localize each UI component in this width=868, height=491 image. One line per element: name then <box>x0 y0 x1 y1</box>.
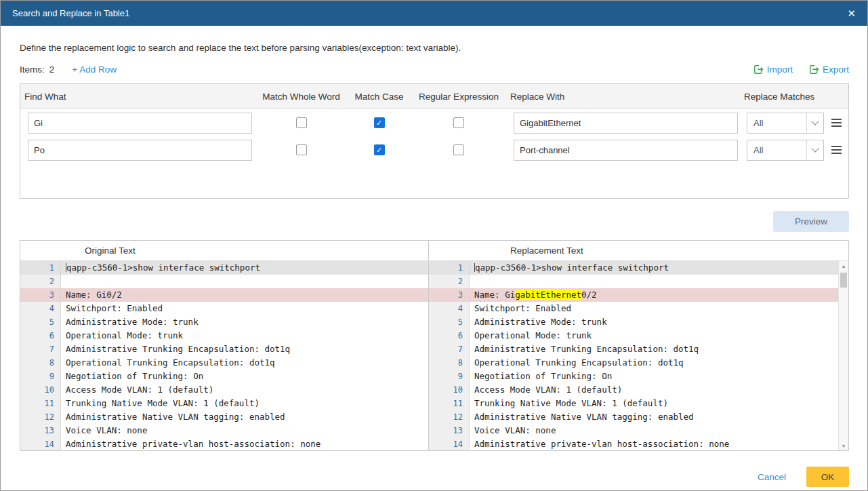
vertical-scrollbar[interactable]: ▲ ▼ <box>838 261 848 451</box>
line-text: Switchport: Enabled <box>470 302 571 315</box>
line-number: 11 <box>20 397 61 410</box>
original-text-pane[interactable]: 1qapp-c3560-1>show interface switchport2… <box>20 261 428 451</box>
line-text: Administrative Trunking Encapsulation: d… <box>61 342 290 356</box>
line-number: 3 <box>20 288 61 302</box>
items-label: Items: <box>20 64 45 75</box>
line-number: 1 <box>429 261 470 275</box>
items-count: 2 <box>49 64 55 75</box>
row-menu-icon[interactable] <box>830 142 843 157</box>
line-number: 14 <box>20 437 61 451</box>
col-header-find-what: Find What <box>20 92 255 102</box>
match-case-checkbox[interactable]: ✓ <box>374 117 385 128</box>
line-number: 2 <box>429 275 470 288</box>
match-whole-word-checkbox[interactable] <box>296 144 307 155</box>
close-icon[interactable]: ✕ <box>847 7 856 20</box>
line-number: 10 <box>429 383 470 397</box>
match-whole-word-checkbox[interactable] <box>296 117 307 128</box>
code-line: 9Negotiation of Trunking: On <box>20 370 428 383</box>
line-number: 7 <box>20 342 61 356</box>
code-line: 13Voice VLAN: none <box>20 424 428 437</box>
line-number: 9 <box>20 370 61 383</box>
preview-button[interactable]: Preview <box>773 211 849 232</box>
code-line: 10Access Mode VLAN: 1 (default) <box>429 383 848 397</box>
replace-with-input[interactable] <box>514 140 738 161</box>
replacement-text-pane[interactable]: 1qapp-c3560-1>show interface switchport2… <box>428 261 848 451</box>
match-case-checkbox[interactable]: ✓ <box>374 144 385 155</box>
line-text: Name: Gi0/2 <box>61 288 122 302</box>
code-line: 2 <box>429 275 848 288</box>
scrollbar-thumb[interactable] <box>840 273 847 288</box>
code-line: 3Name: Gi0/2 <box>20 288 428 302</box>
line-text: Administrative Native VLAN tagging: enab… <box>61 410 285 424</box>
line-number: 8 <box>20 356 61 370</box>
code-line: 4Switchport: Enabled <box>20 302 428 315</box>
line-text: Operational Trunking Encapsulation: dot1… <box>61 356 275 370</box>
code-line: 7Administrative Trunking Encapsulation: … <box>20 342 428 356</box>
compare-header: Original Text Replacement Text <box>20 241 848 261</box>
line-number: 3 <box>429 288 470 302</box>
line-number: 6 <box>429 329 470 342</box>
add-row-button[interactable]: + Add Row <box>72 64 117 75</box>
line-text: Access Mode VLAN: 1 (default) <box>61 383 213 397</box>
rule-row: ✓All <box>20 136 848 163</box>
col-header-match-case: Match Case <box>347 92 411 102</box>
line-text: Operational Mode: trunk <box>470 329 592 342</box>
line-text: Voice VLAN: none <box>61 424 147 437</box>
import-label: Import <box>767 64 793 75</box>
col-header-regular-expression: Regular Expression <box>411 92 506 102</box>
code-line: 14Administrative private-vlan host-assoc… <box>429 437 848 451</box>
code-line: 2 <box>20 275 428 288</box>
code-line: 8Operational Trunking Encapsulation: dot… <box>20 356 428 370</box>
cancel-button[interactable]: Cancel <box>758 472 786 482</box>
line-text: qapp-c3560-1>show interface switchport <box>61 261 260 275</box>
line-number: 9 <box>429 370 470 383</box>
line-number: 8 <box>429 356 470 370</box>
line-text: Negotiation of Trunking: On <box>61 370 203 383</box>
code-line: 5Administrative Mode: trunk <box>20 315 428 329</box>
code-line: 11Trunking Native Mode VLAN: 1 (default) <box>429 397 848 410</box>
code-line: 3Name: GigabitEthernet0/2 <box>429 288 848 302</box>
line-text: Administrative private-vlan host-associa… <box>470 437 729 451</box>
chevron-down-icon <box>811 144 819 152</box>
text-caret <box>474 263 475 272</box>
find-what-input[interactable] <box>28 140 252 161</box>
col-header-match-whole-word: Match Whole Word <box>255 92 347 102</box>
line-text: Negotiation of Trunking: On <box>470 370 612 383</box>
col-header-replace-matches: Replace Matches <box>741 92 825 102</box>
line-number: 1 <box>20 261 61 275</box>
scroll-down-icon[interactable]: ▼ <box>839 441 848 451</box>
line-number: 10 <box>20 383 61 397</box>
scroll-up-icon[interactable]: ▲ <box>839 261 848 271</box>
code-line: 6Operational Mode: trunk <box>429 329 848 342</box>
line-number: 4 <box>429 302 470 315</box>
text-caret <box>66 263 66 272</box>
dialog-titlebar: Search and Replace in Table1 ✕ <box>1 1 867 26</box>
text-compare: Original Text Replacement Text 1qapp-c35… <box>20 240 849 451</box>
rule-row: ✓All <box>20 109 848 136</box>
import-button[interactable]: Import <box>753 64 793 75</box>
replace-matches-select[interactable]: All <box>747 113 824 134</box>
ok-button[interactable]: OK <box>806 467 849 487</box>
line-text: Name: GigabitEthernet0/2 <box>470 288 597 302</box>
regular-expression-checkbox[interactable] <box>453 117 464 128</box>
export-button[interactable]: Export <box>809 64 849 75</box>
replaced-text-highlight: gabitEthernet <box>515 290 581 300</box>
line-text <box>61 275 66 288</box>
line-number: 6 <box>20 329 61 342</box>
search-replace-dialog: Search and Replace in Table1 ✕ Define th… <box>0 0 868 491</box>
replace-matches-select[interactable]: All <box>747 140 824 161</box>
compare-body: 1qapp-c3560-1>show interface switchport2… <box>20 261 848 451</box>
line-text: Administrative Mode: trunk <box>61 315 199 329</box>
line-text: Trunking Native Mode VLAN: 1 (default) <box>61 397 260 410</box>
replace-matches-value: All <box>747 145 806 155</box>
preview-row: Preview <box>20 211 849 232</box>
find-what-input[interactable] <box>28 113 252 134</box>
replace-with-input[interactable] <box>514 113 738 134</box>
line-text: Administrative Mode: trunk <box>470 315 607 329</box>
original-text-title: Original Text <box>20 241 428 260</box>
row-menu-icon[interactable] <box>830 115 843 130</box>
line-text: Administrative Native VLAN tagging: enab… <box>470 410 694 424</box>
line-text: Administrative Trunking Encapsulation: d… <box>470 342 699 356</box>
dialog-footer: Cancel OK <box>20 467 849 487</box>
regular-expression-checkbox[interactable] <box>453 144 464 155</box>
